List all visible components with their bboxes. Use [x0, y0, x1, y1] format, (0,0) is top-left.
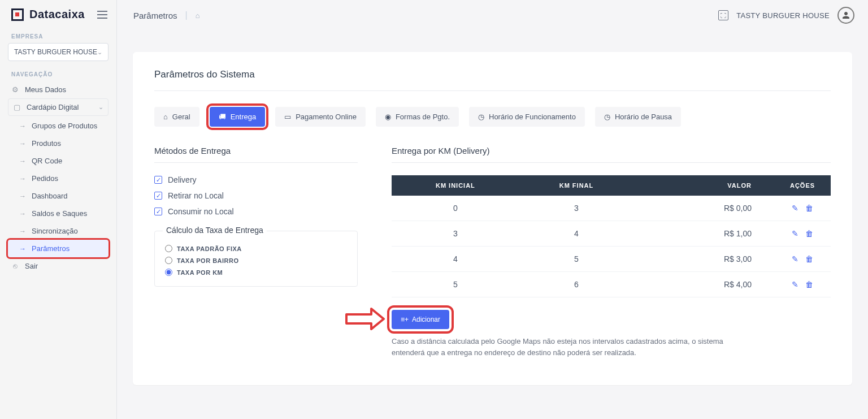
cell-acoes: ✎🗑︎ [774, 247, 831, 272]
sidebar-item-qrcode[interactable]: →QR Code [8, 152, 108, 170]
truck-icon: 🚚︎ [219, 113, 226, 121]
th-km-inicial: KM INICIAL [392, 175, 519, 196]
tab-formas-pgto[interactable]: ◉Formas de Pgto. [376, 107, 459, 127]
arrow-right-icon: → [19, 122, 26, 130]
sidebar-item-label: Cardápio Digital [27, 103, 79, 111]
card-title: Parâmetros do Sistema [154, 69, 831, 91]
sidebar-item-label: Grupos de Produtos [32, 122, 97, 130]
check-consumir[interactable]: ✓Consumir no Local [154, 207, 358, 216]
cell-km-inicial: 5 [392, 272, 519, 297]
add-button[interactable]: ≡+ Adicionar [392, 310, 449, 329]
brand-name: Datacaixa [29, 8, 85, 21]
tab-label: Formas de Pgto. [396, 113, 450, 121]
radio-label: TAXA POR KM [177, 269, 223, 276]
menu-toggle-icon[interactable] [97, 11, 107, 19]
edit-icon[interactable]: ✎ [792, 254, 798, 264]
edit-icon[interactable]: ✎ [792, 280, 798, 289]
radio-label: TAXA PADRÃO FIXA [177, 245, 242, 252]
logo-icon [11, 8, 24, 21]
checkbox-icon: ✓ [154, 192, 162, 200]
check-label: Retirar no Local [168, 191, 224, 200]
tab-geral[interactable]: ⌂Geral [154, 107, 199, 127]
note-text: Caso a distância calculada pelo Google M… [392, 336, 753, 358]
sidebar-item-produtos[interactable]: →Produtos [8, 135, 108, 152]
sidebar-item-label: Produtos [32, 139, 61, 148]
sidebar-item-label: Meus Dados [25, 85, 66, 94]
tab-entrega[interactable]: 🚚︎Entrega [210, 107, 266, 127]
fullscreen-icon[interactable]: ⛶ [718, 10, 728, 20]
avatar[interactable] [837, 7, 854, 24]
home-icon[interactable]: ⌂ [196, 11, 200, 20]
tab-label: Horário de Funcionamento [489, 113, 576, 121]
cell-km-inicial: 3 [392, 221, 519, 247]
radio-taxa-bairro[interactable]: TAXA POR BAIRRO [165, 257, 347, 264]
company-select[interactable]: TASTY BURGUER HOUSE ⌄ [8, 43, 108, 61]
arrow-right-icon: → [19, 192, 26, 200]
sidebar-item-grupos[interactable]: →Grupos de Produtos [8, 117, 108, 135]
th-km-final: KM FINAL [519, 175, 633, 196]
add-button-label: Adicionar [412, 316, 440, 323]
arrow-right-icon: → [19, 227, 26, 235]
check-retirar[interactable]: ✓Retirar no Local [154, 191, 358, 200]
cell-km-final: 3 [519, 196, 633, 221]
sidebar-label-empresa: EMPRESA [0, 28, 116, 43]
table-row: 45R$ 3,00✎🗑︎ [392, 247, 831, 272]
th-acoes: AÇÕES [774, 175, 831, 196]
section-title-metodos: Métodos de Entrega [154, 146, 358, 163]
fieldset-calculo-taxa: Cálculo da Taxa de Entrega TAXA PADRÃO F… [154, 231, 358, 287]
cell-acoes: ✎🗑︎ [774, 221, 831, 247]
sidebar-item-label: Dashboard [32, 192, 68, 200]
sidebar-item-label: Parâmetros [32, 244, 70, 253]
tab-pagamento[interactable]: ▭Pagamento Online [275, 107, 366, 127]
page-title: Parâmetros [133, 11, 177, 20]
trash-icon[interactable]: 🗑︎ [805, 254, 813, 264]
table-row: 34R$ 1,00✎🗑︎ [392, 221, 831, 247]
cell-valor: R$ 1,00 [633, 221, 774, 247]
sidebar-item-cardapio[interactable]: ▢ Cardápio Digital ⌄ [8, 98, 108, 116]
tab-horario-funcionamento[interactable]: ◷Horário de Funcionamento [469, 107, 585, 127]
cell-km-final: 4 [519, 221, 633, 247]
table-row: 56R$ 4,00✎🗑︎ [392, 272, 831, 297]
radio-taxa-km[interactable]: TAXA POR KM [165, 269, 347, 276]
sidebar-item-dashboard[interactable]: →Dashboard [8, 187, 108, 205]
edit-icon[interactable]: ✎ [792, 229, 798, 238]
sidebar-item-label: Pedidos [32, 174, 58, 183]
arrow-right-icon: → [19, 140, 26, 148]
check-delivery[interactable]: ✓Delivery [154, 175, 358, 184]
sidebar-item-sair[interactable]: ⎋Sair [8, 257, 108, 275]
arrow-right-icon: → [19, 245, 26, 253]
edit-icon[interactable]: ✎ [792, 204, 798, 213]
card-parametros-sistema: Parâmetros do Sistema ⌂Geral 🚚︎Entrega ▭… [133, 52, 852, 385]
tab-bar: ⌂Geral 🚚︎Entrega ▭Pagamento Online ◉Form… [154, 107, 831, 127]
trash-icon[interactable]: 🗑︎ [805, 229, 813, 238]
gear-icon: ⚙ [11, 85, 19, 94]
sidebar-item-saldos[interactable]: →Saldos e Saques [8, 205, 108, 222]
breadcrumb: Parâmetros | ⌂ [133, 10, 200, 20]
tab-horario-pausa[interactable]: ◷Horário de Pausa [595, 107, 681, 127]
sidebar-item-pedidos[interactable]: →Pedidos [8, 170, 108, 187]
checkbox-icon: ✓ [154, 176, 162, 184]
camera-icon: ◉ [385, 113, 391, 121]
home-icon: ⌂ [163, 113, 168, 121]
cell-acoes: ✎🗑︎ [774, 196, 831, 221]
tab-label: Pagamento Online [296, 113, 357, 121]
cell-km-inicial: 0 [392, 196, 519, 221]
sidebar: Datacaixa EMPRESA TASTY BURGUER HOUSE ⌄ … [0, 0, 117, 419]
table-entrega-km: KM INICIAL KM FINAL VALOR AÇÕES 03R$ 0,0… [392, 175, 831, 297]
section-title-entrega-km: Entrega por KM (Delivery) [392, 146, 831, 163]
chevron-down-icon: ⌄ [97, 49, 102, 56]
arrow-annotation-icon [345, 308, 385, 330]
cell-km-inicial: 4 [392, 247, 519, 272]
cell-valor: R$ 4,00 [633, 272, 774, 297]
chevron-down-icon: ⌄ [98, 103, 103, 111]
sidebar-item-label: Sair [25, 262, 38, 270]
radio-label: TAXA POR BAIRRO [177, 257, 239, 264]
check-label: Delivery [168, 175, 197, 184]
radio-taxa-fixa[interactable]: TAXA PADRÃO FIXA [165, 245, 347, 252]
arrow-right-icon: → [19, 210, 26, 218]
sidebar-item-meus-dados[interactable]: ⚙ Meus Dados [8, 81, 108, 98]
trash-icon[interactable]: 🗑︎ [805, 204, 813, 213]
trash-icon[interactable]: 🗑︎ [805, 280, 813, 289]
sidebar-item-parametros[interactable]: →Parâmetros [8, 240, 108, 257]
sidebar-item-sincronizacao[interactable]: →Sincronização [8, 222, 108, 240]
